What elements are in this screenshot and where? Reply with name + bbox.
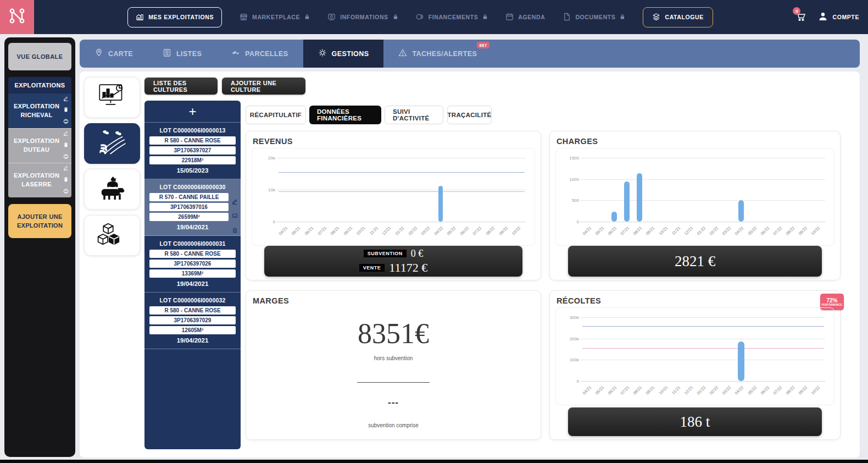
nav-agenda[interactable]: AGENDA	[505, 13, 545, 22]
charges-xaxis: 04/2105/2106/2107/2108/2109/2110/2111/21…	[582, 223, 824, 243]
gridline	[276, 222, 526, 222]
exploitation-label: EXPLOITATION RICHEVAL	[13, 102, 60, 120]
chart-bar[interactable]	[738, 341, 744, 381]
exploitation-label: EXPLOITATION LASERRE	[13, 172, 60, 189]
list-icon	[163, 48, 171, 59]
lot-area: 12605M²	[149, 326, 236, 334]
y-tick-label: 1000	[557, 177, 579, 182]
lot-item-32[interactable]: LOT C0000006I0000032 R 580 - CANNE ROSE …	[144, 293, 241, 349]
tab-tracabilite[interactable]: TRAÇACILITÉ	[447, 106, 492, 124]
printer-icon[interactable]	[63, 188, 69, 196]
sidebar-item-exploitation-duteau[interactable]: EXPLOITATION DUTEAU	[8, 128, 71, 163]
lot-list-panel: + LOT C0000006I0000013 R 580 - CANNE ROS…	[144, 101, 241, 449]
chart-bar[interactable]	[624, 181, 630, 222]
nav-informations[interactable]: INFORMATIONS	[327, 13, 398, 22]
lock-icon	[482, 14, 488, 21]
tab-recapitulatif[interactable]: RÉCAPITULATIF	[246, 106, 306, 124]
reference-line	[582, 326, 824, 327]
chart-bar[interactable]	[611, 212, 617, 222]
cart-button[interactable]: 0	[795, 11, 807, 23]
module-stock-button[interactable]	[84, 215, 140, 256]
recoltes-plot: 0100k200k300k	[582, 318, 824, 382]
printer-icon[interactable]	[63, 118, 69, 126]
nav-catalogue[interactable]: CATALOGUE	[643, 7, 713, 27]
nav-documents[interactable]: DOCUMENTS	[563, 13, 625, 22]
lot-date: 15/05/2023	[144, 167, 241, 174]
lot-variety: R 570 - CANNE PAILLE	[149, 193, 229, 201]
management-icon	[318, 48, 327, 59]
recoltes-title: RÉCOLTES	[557, 296, 601, 305]
recoltes-chart: 0100k200k300k 04/2105/2106/2107/2108/210…	[555, 307, 834, 405]
module-analytics-button[interactable]	[84, 77, 140, 118]
subvention-chip: SUBVENTION	[364, 250, 407, 257]
reference-line	[582, 348, 824, 349]
y-tick-label: 0	[557, 219, 579, 224]
lot-parcel-id: 3P1706397026	[149, 260, 236, 268]
cultures-field-icon	[97, 129, 127, 158]
list-cultures-button[interactable]: LISTE DES CULTURES	[144, 78, 218, 95]
add-culture-button[interactable]: AJOUTER UNE CULTURE	[222, 78, 305, 95]
map-pin-icon	[94, 48, 103, 59]
lot-item-31[interactable]: LOT C0000006I0000031 R 580 - CANNE ROSE …	[144, 236, 241, 293]
tab-listes[interactable]: LISTES	[148, 40, 216, 68]
trash-icon[interactable]	[232, 225, 238, 235]
lot-item-30-selected[interactable]: LOT C0000006I0000030 R 570 - CANNE PAILL…	[144, 179, 241, 236]
tab-carte[interactable]: CARTE	[80, 40, 148, 68]
gridline	[580, 360, 825, 360]
gridline	[580, 381, 825, 382]
module-cultures-button[interactable]	[84, 123, 140, 164]
divider	[357, 382, 430, 383]
trash-icon[interactable]	[63, 107, 69, 115]
tab-gestions[interactable]: GESTIONS	[303, 40, 384, 68]
edit-pencil-icon[interactable]	[63, 130, 69, 139]
vente-value: 11172 €	[389, 261, 427, 275]
y-tick-label: 300k	[557, 315, 579, 320]
module-livestock-button[interactable]	[84, 169, 140, 210]
coins-icon	[416, 13, 424, 22]
edit-pencil-icon[interactable]	[232, 197, 238, 207]
trash-icon[interactable]	[63, 141, 69, 150]
account-button[interactable]: COMPTE	[818, 12, 859, 23]
tab-donnees-financieres[interactable]: DONNÉES FINANCIÈRES	[309, 106, 381, 124]
farm-icon	[136, 13, 144, 22]
chart-bar[interactable]	[438, 186, 443, 222]
lot-item-13[interactable]: LOT C0000006I0000013 R 580 - CANNE ROSE …	[144, 123, 241, 179]
y-tick-label: 500	[557, 198, 579, 203]
nav-financements[interactable]: FINANCEMENTS	[416, 13, 488, 22]
tab-suivi-activite[interactable]: SUIVI D'ACTIVITÉ	[385, 106, 443, 124]
nav-marketplace[interactable]: MARKETPLACE	[240, 13, 310, 22]
vue-globale-button[interactable]: VUE GLOBALE	[8, 43, 71, 70]
tab-parcelles[interactable]: PARCELLES	[216, 40, 303, 68]
revenus-title: REVENUS	[253, 137, 293, 146]
lot-variety: R 580 - CANNE ROSE	[149, 136, 236, 145]
chart-bar[interactable]	[738, 200, 744, 222]
lot-area: 26599M²	[149, 213, 229, 221]
tray-icon[interactable]	[232, 211, 238, 221]
trash-icon[interactable]	[63, 176, 69, 185]
exploitations-header: EXPLOITATIONS	[8, 77, 71, 93]
edit-pencil-icon[interactable]	[63, 95, 69, 104]
recoltes-card: RÉCOLTES 72% PERFORMANCE 0100k200k300k 0…	[549, 290, 841, 440]
gridline	[580, 200, 825, 201]
y-tick-label: 0	[253, 219, 275, 224]
add-lot-button[interactable]: +	[144, 101, 241, 123]
y-tick-label: 20k	[253, 156, 275, 161]
printer-icon[interactable]	[63, 153, 69, 162]
nav-label: DOCUMENTS	[575, 14, 615, 20]
gridline	[276, 158, 526, 158]
gridline	[580, 179, 825, 180]
gridline	[580, 222, 825, 222]
account-label: COMPTE	[832, 14, 859, 20]
add-exploitation-button[interactable]: AJOUTER UNE EXPLOITATION	[8, 204, 71, 238]
brand-logo[interactable]	[0, 0, 34, 34]
sidebar-item-exploitation-richeval[interactable]: EXPLOITATION RICHEVAL	[8, 93, 71, 128]
y-tick-label: 10k	[253, 188, 275, 192]
nav-mes-exploitations[interactable]: MES EXPLOITATIONS	[127, 7, 222, 27]
performance-label: PERFORMANCE	[822, 304, 842, 306]
chart-bar[interactable]	[637, 173, 642, 222]
sidebar-item-exploitation-laserre[interactable]: EXPLOITATION LASERRE	[8, 163, 71, 197]
edit-pencil-icon[interactable]	[63, 164, 69, 173]
topbar-right: 0 COMPTE	[795, 0, 859, 34]
tab-taches-alertes[interactable]: TACHES/ALERTES 887	[383, 40, 492, 68]
molecule-logo-icon	[8, 7, 26, 27]
